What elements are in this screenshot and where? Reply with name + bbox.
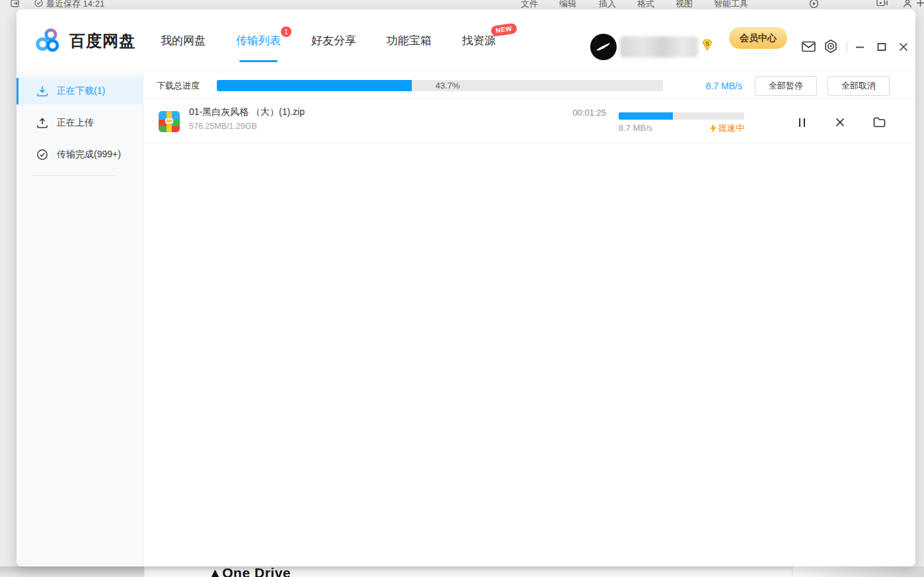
menu-item-view[interactable]: 视图 xyxy=(675,0,693,9)
app-logo: 百度网盘 xyxy=(35,27,135,55)
file-size: 576.25MB/1.29GB xyxy=(189,122,257,131)
user-icon[interactable] xyxy=(903,0,912,9)
present-icon[interactable] xyxy=(876,0,888,9)
minimize-button[interactable] xyxy=(852,39,868,55)
settings-icon[interactable] xyxy=(823,38,839,54)
add-icon[interactable] xyxy=(916,0,924,9)
svg-text:S: S xyxy=(705,40,709,47)
lightning-icon xyxy=(710,124,716,133)
upload-icon xyxy=(36,117,48,129)
svip-badge-icon: S xyxy=(700,38,714,52)
username-blurred xyxy=(620,36,698,58)
tab-my-drive[interactable]: 我的网盘 xyxy=(161,33,206,48)
download-icon xyxy=(36,85,48,97)
nike-swoosh-icon xyxy=(595,38,612,56)
sidebar-item-uploading[interactable]: 正在上传 xyxy=(17,110,143,136)
menu-item-file[interactable]: 文件 xyxy=(521,0,538,9)
close-button[interactable] xyxy=(896,39,911,55)
background-app-bottom: ▲One Drive xyxy=(0,566,924,577)
sidebar: 正在下载(1) 正在上传 传输完成(999+) xyxy=(17,73,143,566)
download-row[interactable]: 01-黑白灰风格 （大）(1).zip 576.25MB/1.29GB 00:0… xyxy=(144,99,915,144)
titlebar-divider xyxy=(847,42,847,52)
total-progress-header: 下载总进度 43.7% 8.7 MB/s 全部暂停 全部取消 xyxy=(144,73,915,99)
app-name: 百度网盘 xyxy=(69,30,135,52)
tab-find-resources[interactable]: 找资源 NEW xyxy=(462,33,496,48)
time-remaining: 00:01:25 xyxy=(552,108,606,118)
file-name: 01-黑白灰风格 （大）(1).zip xyxy=(189,106,305,118)
item-progress-fill xyxy=(619,112,673,120)
menu-item-edit[interactable]: 编辑 xyxy=(559,0,576,9)
tab-transfer-list[interactable]: 传输列表 1 xyxy=(236,33,281,48)
sidebar-item-downloading[interactable]: 正在下载(1) xyxy=(17,78,143,104)
open-folder-button[interactable] xyxy=(872,115,886,130)
pause-item-button[interactable] xyxy=(794,115,809,130)
member-center-button[interactable]: 会员中心 xyxy=(729,27,787,49)
bottom-shadow-right xyxy=(793,566,924,577)
baidu-netdisk-window: 百度网盘 我的网盘 传输列表 1 好友分享 功能宝箱 找资源 NEW xyxy=(17,9,915,566)
menu-item-insert[interactable]: 插入 xyxy=(599,0,616,9)
check-circle-icon xyxy=(34,0,43,9)
cancel-item-button[interactable] xyxy=(833,115,847,130)
titlebar: 百度网盘 我的网盘 传输列表 1 好友分享 功能宝箱 找资源 NEW xyxy=(17,9,915,72)
maximize-button[interactable] xyxy=(874,39,890,55)
bottom-shadow-left xyxy=(0,566,144,577)
main-tabs: 我的网盘 传输列表 1 好友分享 功能宝箱 找资源 NEW xyxy=(161,9,496,72)
baidu-netdisk-logo-icon xyxy=(35,27,63,55)
mail-icon[interactable] xyxy=(800,38,816,54)
user-avatar[interactable] xyxy=(590,34,617,60)
background-app-titlebar: 最近保存 14:21 文件 编辑 插入 格式 视图 智能工具 xyxy=(0,0,924,9)
check-circle-icon xyxy=(36,149,48,161)
total-progress-bar: 43.7% xyxy=(217,80,663,91)
export-icon[interactable] xyxy=(11,0,20,9)
item-progress-bar xyxy=(619,112,744,120)
tab-toolbox[interactable]: 功能宝箱 xyxy=(387,33,432,48)
boost-status: 提速中 xyxy=(685,122,744,134)
boost-label: 提速中 xyxy=(718,122,744,134)
menu-item-tools[interactable]: 智能工具 xyxy=(714,0,748,9)
total-progress-fill xyxy=(217,80,412,91)
item-speed: 8.7 MB/s xyxy=(619,123,652,133)
sidebar-item-completed[interactable]: 传输完成(999+) xyxy=(17,141,143,168)
zip-file-icon xyxy=(159,111,180,132)
record-icon[interactable] xyxy=(809,0,819,9)
total-progress-label: 下载总进度 xyxy=(157,80,200,92)
background-window-surface: ▲One Drive xyxy=(144,566,793,577)
sidebar-divider xyxy=(31,175,116,176)
transfer-content: 下载总进度 43.7% 8.7 MB/s 全部暂停 全部取消 01-黑白灰风格 … xyxy=(144,73,915,566)
save-status: 最近保存 14:21 xyxy=(46,0,104,9)
onedrive-label: ▲One Drive xyxy=(208,566,291,577)
tab-friend-share[interactable]: 好友分享 xyxy=(311,33,356,48)
pause-all-button[interactable]: 全部暂停 xyxy=(755,76,817,96)
menu-item-format[interactable]: 格式 xyxy=(637,0,654,9)
total-progress-percent: 43.7% xyxy=(436,80,460,91)
active-indicator xyxy=(17,78,19,104)
new-badge: NEW xyxy=(490,22,518,36)
active-tab-underline xyxy=(239,60,278,62)
total-speed: 8.7 MB/s xyxy=(683,81,742,91)
cancel-all-button[interactable]: 全部取消 xyxy=(828,76,890,96)
transfer-count-badge: 1 xyxy=(281,26,291,37)
